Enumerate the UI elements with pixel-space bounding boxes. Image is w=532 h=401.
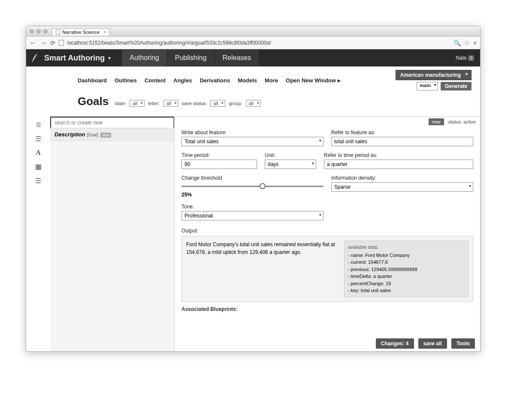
brand-name[interactable]: Smart Authoring <box>44 54 105 63</box>
status-label: status: active <box>448 119 476 124</box>
avail-line: - key: total unit sales <box>348 287 465 294</box>
tab-title: Narrative Science <box>62 30 100 35</box>
app-header: Smart Authoring ▼ Authoring Publishing R… <box>26 49 480 66</box>
tools-button[interactable]: Tools <box>451 338 475 349</box>
state-label: state: <box>115 101 126 106</box>
avail-line: - name: Ford Motor Company <box>348 252 465 259</box>
page-icon <box>59 40 64 46</box>
subnav-dashboard[interactable]: Dashboard <box>78 77 107 84</box>
list-item[interactable]: Description [Goal] new <box>50 128 174 141</box>
avail-line: - percentChange: 19 <box>348 280 465 287</box>
user-name: Nate <box>456 55 466 61</box>
tone-label: Tone: <box>181 204 323 210</box>
subnav-outlines[interactable]: Outlines <box>115 77 137 84</box>
density-label: Information density: <box>331 175 473 181</box>
brand-dropdown-icon[interactable]: ▼ <box>107 56 112 60</box>
page-title: Goals <box>78 95 109 108</box>
content-area: ≣ ☰ A ▦ ☰ Description [Goal] new new sta… <box>26 116 480 351</box>
refer-time-label: Refer to time period as: <box>324 152 473 158</box>
available-data-header: available data: <box>348 244 465 251</box>
rail-indent-icon[interactable]: ☰ <box>35 135 41 143</box>
editor-panel: new status: active Write about feature: … <box>175 116 480 351</box>
refer-feature-input[interactable] <box>331 137 473 146</box>
threshold-slider[interactable] <box>181 182 323 190</box>
changes-button[interactable]: Changes: 4 <box>376 338 414 349</box>
subnav-derivations[interactable]: Derivations <box>200 77 230 84</box>
url-text[interactable]: localhost:5152/beats/Smart%20Authoring/a… <box>67 40 450 46</box>
window-controls[interactable] <box>30 29 48 33</box>
subnav-open-window[interactable]: Open New Window ▸ <box>286 77 341 84</box>
time-input[interactable] <box>181 160 257 169</box>
list-empty-area <box>50 141 174 351</box>
list-item-title: Description <box>54 131 85 138</box>
nav-releases[interactable]: Releases <box>215 50 260 66</box>
unit-label: Unit: <box>265 152 316 158</box>
group-select[interactable]: all <box>246 100 261 107</box>
letter-select[interactable]: all <box>163 100 178 107</box>
subnav-angles[interactable]: Angles <box>173 77 192 84</box>
feature-label: Write about feature: <box>181 130 323 136</box>
feature-select[interactable]: Total unit sales <box>181 137 323 146</box>
avail-line: - previous: 129405.59999999999 <box>348 266 465 273</box>
unit-select[interactable]: days <box>265 160 316 169</box>
user-menu[interactable]: Nate 0 <box>456 55 474 61</box>
page-icon <box>56 30 60 35</box>
browser-tab[interactable]: Narrative Science × <box>52 28 109 36</box>
letter-label: letter: <box>148 101 160 106</box>
subnav-content[interactable]: Content <box>145 77 166 84</box>
rail-calendar-icon[interactable]: ▦ <box>35 163 42 171</box>
group-label: group: <box>229 101 242 106</box>
new-button[interactable]: new <box>429 118 444 125</box>
titlebar: Narrative Science × <box>26 26 480 36</box>
close-tab-icon[interactable]: × <box>103 29 106 35</box>
list-item-type: [Goal] <box>87 133 98 137</box>
user-badge: 0 <box>468 55 474 61</box>
top-nav: Authoring Publishing Releases <box>122 50 259 66</box>
subnav-more[interactable]: More <box>265 77 278 84</box>
reload-button[interactable]: ⟳ <box>50 39 55 46</box>
available-data-box: available data: - name: Ford Motor Compa… <box>344 241 469 297</box>
branch-select[interactable]: main <box>417 82 438 90</box>
subnav-models[interactable]: Models <box>238 77 257 84</box>
save-label: save status: <box>182 101 207 106</box>
star-icon[interactable]: ☆ <box>464 39 470 46</box>
list-item-new-badge: new <box>100 133 111 138</box>
logo-feather-icon <box>30 52 38 63</box>
rail-list-icon[interactable]: ☰ <box>35 177 41 185</box>
avail-line: - current: 154677.6 <box>348 259 465 266</box>
back-button[interactable]: ← <box>30 39 36 47</box>
sub-nav: Dashboard Outlines Content Angles Deriva… <box>26 66 480 93</box>
time-label: Time period: <box>181 152 257 158</box>
tool-rail: ≣ ☰ A ▦ ☰ <box>26 116 50 351</box>
rail-lines-icon[interactable]: ≣ <box>36 121 41 129</box>
browser-window: Narrative Science × ← → ⟳ localhost:5152… <box>26 26 481 352</box>
tone-select[interactable]: Professional <box>181 211 323 220</box>
output-text: Ford Motor Company's total unit sales re… <box>186 241 338 297</box>
footer-bar: Changes: 4 save all Tools <box>376 336 475 351</box>
threshold-value: 25% <box>181 192 323 198</box>
refer-feature-label: Refer to feature as: <box>331 130 473 136</box>
generate-button[interactable]: Generate <box>441 82 472 90</box>
address-bar: ← → ⟳ localhost:5152/beats/Smart%20Autho… <box>26 36 480 49</box>
save-all-button[interactable]: save all <box>418 338 447 349</box>
nav-publishing[interactable]: Publishing <box>167 50 215 66</box>
state-select[interactable]: all <box>130 100 145 107</box>
refer-time-input[interactable] <box>324 160 473 169</box>
menu-icon[interactable]: ≡ <box>473 39 477 46</box>
rail-text-icon[interactable]: A <box>36 149 41 157</box>
filter-bar: Goals state: all letter: all save status… <box>26 93 480 112</box>
threshold-label: Change threshold <box>181 175 323 181</box>
avail-line: - timeDelta: a quarter <box>348 273 465 280</box>
save-select[interactable]: all <box>210 100 225 107</box>
output-box: Ford Motor Company's total unit sales re… <box>181 236 473 302</box>
forward-button[interactable]: → <box>40 39 47 47</box>
nav-authoring[interactable]: Authoring <box>122 50 167 66</box>
project-select[interactable]: American manufacturing <box>396 70 472 80</box>
search-input[interactable] <box>50 117 174 128</box>
zoom-icon[interactable]: 🔍 <box>453 39 461 46</box>
associated-blueprints-label: Associated Blueprints: <box>181 306 473 312</box>
density-select[interactable]: Sparse <box>331 182 473 192</box>
goal-list: Description [Goal] new <box>50 116 175 351</box>
output-label: Output: <box>181 228 198 234</box>
